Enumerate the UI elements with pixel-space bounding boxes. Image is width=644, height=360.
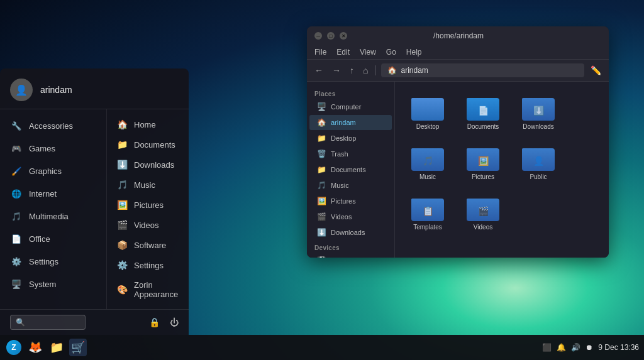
nav-software[interactable]: 📦 Software xyxy=(107,235,189,255)
fm-menu-file[interactable]: File xyxy=(314,48,326,57)
home-button[interactable]: ⌂ xyxy=(360,64,370,77)
computer-sidebar-label: Computer xyxy=(331,103,361,111)
category-games[interactable]: 🎮 Games xyxy=(0,137,106,160)
sidebar-item-documents[interactable]: 📁 Documents xyxy=(309,162,392,177)
sidebar-item-trash[interactable]: 🗑️ Trash xyxy=(309,146,392,161)
videos-overlay-icon: 🎬 xyxy=(478,206,489,216)
user-avatar: 👤 xyxy=(10,79,33,101)
sidebar-item-filesystem[interactable]: 💾 File System xyxy=(309,253,392,258)
videos-sidebar-icon: 🎬 xyxy=(317,212,326,221)
category-multimedia[interactable]: 🎵 Multimedia xyxy=(0,205,106,227)
search-input[interactable] xyxy=(10,315,86,330)
file-item-pictures[interactable]: 🖼️ Pictures xyxy=(458,139,508,185)
internet-icon: 🌐 xyxy=(10,187,23,200)
zorin-appearance-label: Zorin Appearance xyxy=(134,280,179,299)
fm-body: Places 🖥️ Computer 🏠 arindam 📁 Desktop 🗑… xyxy=(307,82,609,258)
maximize-button[interactable]: □ xyxy=(327,32,335,40)
sidebar-item-music[interactable]: 🎵 Music xyxy=(309,178,392,193)
sidebar-item-desktop[interactable]: 📁 Desktop xyxy=(309,131,392,146)
fm-menu-edit[interactable]: Edit xyxy=(336,48,350,57)
documents-file-label: Documents xyxy=(467,123,499,131)
nav-downloads[interactable]: ⬇️ Downloads xyxy=(107,155,189,175)
graphics-label: Graphics xyxy=(29,166,62,176)
nav-videos[interactable]: 🎬 Videos xyxy=(107,215,189,235)
nav-pictures[interactable]: 🖼️ Pictures xyxy=(107,195,189,215)
nav-zorin-appearance[interactable]: 🎨 Zorin Appearance xyxy=(107,275,189,304)
firefox-taskbar-button[interactable]: 🦊 xyxy=(26,339,44,356)
category-settings[interactable]: ⚙️ Settings xyxy=(0,250,106,273)
start-menu-user-section: 👤 arindam xyxy=(0,68,189,109)
fm-menu-help[interactable]: Help xyxy=(406,48,422,57)
music-nav-label: Music xyxy=(134,180,155,190)
videos-nav-icon: 🎬 xyxy=(117,220,128,230)
filesystem-sidebar-label: File System xyxy=(331,257,367,258)
fm-menubar: File Edit View Go Help xyxy=(307,45,609,60)
fm-toolbar: ← → ↑ ⌂ 🏠 arindam ✏️ xyxy=(307,60,609,82)
sidebar-item-downloads[interactable]: ⬇️ Downloads xyxy=(309,225,392,240)
internet-label: Internet xyxy=(29,189,57,199)
sidebar-item-videos[interactable]: 🎬 Videos xyxy=(309,209,392,224)
home-nav-icon: 🏠 xyxy=(117,119,128,129)
nav-settings[interactable]: ⚙️ Settings xyxy=(107,255,189,275)
forward-button[interactable]: → xyxy=(330,64,343,77)
file-item-templates[interactable]: 📋 Templates xyxy=(402,190,453,235)
lock-icon[interactable]: 🔒 xyxy=(149,317,160,327)
network-tray-icon[interactable]: ⏺ xyxy=(586,343,593,352)
category-system[interactable]: 🖥️ System xyxy=(0,273,106,295)
file-item-documents[interactable]: 📄 Documents xyxy=(458,89,508,134)
files-taskbar-button[interactable]: 📁 xyxy=(48,339,65,356)
nav-music[interactable]: 🎵 Music xyxy=(107,175,189,195)
sidebar-item-computer[interactable]: 🖥️ Computer xyxy=(309,99,392,114)
close-button[interactable]: ✕ xyxy=(340,32,347,40)
multimedia-label: Multimedia xyxy=(29,212,69,221)
minimize-button[interactable]: ─ xyxy=(314,32,322,40)
videos-sidebar-label: Videos xyxy=(331,213,352,221)
documents-nav-icon: 📁 xyxy=(117,139,128,150)
pictures-sidebar-icon: 🖼️ xyxy=(317,197,326,205)
arindam-sidebar-label: arindam xyxy=(331,119,356,126)
nav-home[interactable]: 🏠 Home xyxy=(107,114,189,134)
zorin-menu-button[interactable]: Z xyxy=(5,339,23,356)
multimedia-icon: 🎵 xyxy=(10,210,23,222)
templates-overlay-icon: 📋 xyxy=(423,206,433,216)
start-menu-categories: 🔧 Accessories 🎮 Games 🖌️ Graphics 🌐 Inte… xyxy=(0,109,107,309)
category-graphics[interactable]: 🖌️ Graphics xyxy=(0,160,106,182)
software-taskbar-button[interactable]: 🛒 xyxy=(69,339,87,356)
fm-menu-go[interactable]: Go xyxy=(386,48,396,57)
category-office[interactable]: 📄 Office xyxy=(0,227,106,250)
computer-sidebar-icon: 🖥️ xyxy=(317,102,326,111)
bell-tray-icon[interactable]: 🔔 xyxy=(557,343,566,352)
pictures-nav-icon: 🖼️ xyxy=(117,200,128,210)
file-item-desktop[interactable]: Desktop xyxy=(402,89,453,134)
documents-nav-label: Documents xyxy=(134,140,175,150)
edit-location-button[interactable]: ✏️ xyxy=(588,64,604,77)
up-button[interactable]: ↑ xyxy=(347,64,357,77)
start-menu: 👤 arindam 🔧 Accessories 🎮 Games 🖌️ Graph… xyxy=(0,68,189,335)
screen-tray-icon[interactable]: ⬛ xyxy=(542,343,552,352)
fm-menu-view[interactable]: View xyxy=(360,48,376,57)
templates-file-label: Templates xyxy=(413,224,442,231)
volume-tray-icon[interactable]: 🔊 xyxy=(571,343,580,352)
file-manager-window: ─ □ ✕ /home/arindam File Edit View Go He… xyxy=(307,26,609,258)
software-nav-icon: 📦 xyxy=(117,240,128,250)
category-accessories[interactable]: 🔧 Accessories xyxy=(0,114,106,137)
documents-folder-icon: 📄 xyxy=(467,93,499,121)
file-item-public[interactable]: 👤 Public xyxy=(513,139,564,185)
power-icon[interactable]: ⏻ xyxy=(170,317,179,327)
devices-section-label: Devices xyxy=(307,241,394,253)
fm-window-controls: ─ □ ✕ xyxy=(314,32,347,40)
file-item-videos[interactable]: 🎬 Videos xyxy=(458,190,508,235)
back-button[interactable]: ← xyxy=(312,64,326,77)
sidebar-item-pictures[interactable]: 🖼️ Pictures xyxy=(309,194,392,209)
nav-documents[interactable]: 📁 Documents xyxy=(107,134,189,155)
file-item-downloads[interactable]: ⬇️ Downloads xyxy=(513,89,564,134)
public-file-label: Public xyxy=(530,173,547,181)
sidebar-item-arindam[interactable]: 🏠 arindam xyxy=(309,115,392,130)
settings-cat-icon: ⚙️ xyxy=(10,255,23,268)
downloads-folder-icon: ⬇️ xyxy=(522,93,555,121)
category-internet[interactable]: 🌐 Internet xyxy=(0,182,106,205)
file-item-music[interactable]: 🎵 Music xyxy=(402,139,453,185)
fm-file-grid: Desktop 📄 Documents ⬇️ xyxy=(395,82,609,258)
arindam-sidebar-icon: 🏠 xyxy=(317,118,326,127)
fm-titlebar: ─ □ ✕ /home/arindam xyxy=(307,26,609,45)
